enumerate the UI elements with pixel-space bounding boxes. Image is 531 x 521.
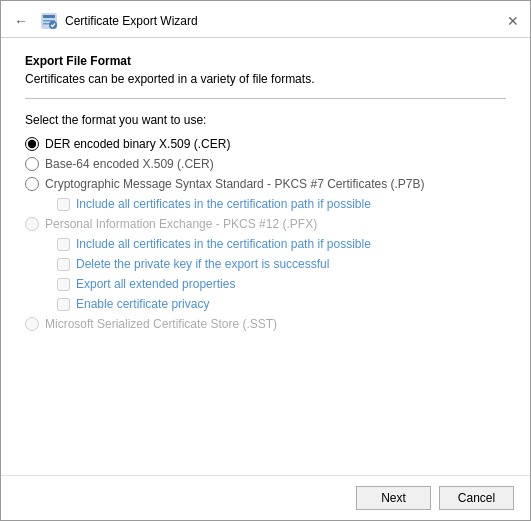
cancel-button[interactable]: Cancel xyxy=(439,486,514,510)
back-button[interactable]: ← xyxy=(9,9,33,33)
checkbox-item-pfx-delete[interactable]: Delete the private key if the export is … xyxy=(57,257,506,271)
radio-p7b[interactable] xyxy=(25,177,39,191)
wizard-icon xyxy=(39,11,59,31)
radio-pfx[interactable] xyxy=(25,217,39,231)
radio-label-p7b: Cryptographic Message Syntax Standard - … xyxy=(45,177,425,191)
radio-sst[interactable] xyxy=(25,317,39,331)
next-button[interactable]: Next xyxy=(356,486,431,510)
checkbox-item-pfx-path[interactable]: Include all certificates in the certific… xyxy=(57,237,506,251)
checkbox-label-pfx-delete: Delete the private key if the export is … xyxy=(76,257,329,271)
checkbox-label-p7b-path: Include all certificates in the certific… xyxy=(76,197,371,211)
title-bar-controls: ✕ xyxy=(504,12,522,30)
svg-rect-1 xyxy=(43,15,55,18)
radio-label-der: DER encoded binary X.509 (.CER) xyxy=(45,137,230,151)
radio-item-base64[interactable]: Base-64 encoded X.509 (.CER) xyxy=(25,157,506,171)
checkbox-item-pfx-privacy[interactable]: Enable certificate privacy xyxy=(57,297,506,311)
title-bar: ← Certificate Export Wizard ✕ xyxy=(1,1,530,37)
radio-item-pfx[interactable]: Personal Information Exchange - PKCS #12… xyxy=(25,217,506,231)
radio-item-p7b[interactable]: Cryptographic Message Syntax Standard - … xyxy=(25,177,506,191)
checkbox-label-pfx-privacy: Enable certificate privacy xyxy=(76,297,209,311)
dialog-title: Certificate Export Wizard xyxy=(65,14,198,28)
dialog-footer: Next Cancel xyxy=(1,475,530,520)
checkbox-pfx-path[interactable] xyxy=(57,238,70,251)
checkbox-pfx-delete[interactable] xyxy=(57,258,70,271)
format-radio-group: DER encoded binary X.509 (.CER) Base-64 … xyxy=(25,137,506,331)
title-bar-left: ← Certificate Export Wizard xyxy=(9,9,198,33)
radio-label-base64: Base-64 encoded X.509 (.CER) xyxy=(45,157,214,171)
checkbox-label-pfx-path: Include all certificates in the certific… xyxy=(76,237,371,251)
content-divider xyxy=(25,98,506,99)
content-area: Export File Format Certificates can be e… xyxy=(1,38,530,475)
checkbox-item-pfx-extended[interactable]: Export all extended properties xyxy=(57,277,506,291)
radio-label-sst: Microsoft Serialized Certificate Store (… xyxy=(45,317,277,331)
format-select-label: Select the format you want to use: xyxy=(25,113,506,127)
section-title: Export File Format xyxy=(25,54,506,68)
checkbox-item-p7b-path[interactable]: Include all certificates in the certific… xyxy=(57,197,506,211)
checkbox-p7b-path[interactable] xyxy=(57,198,70,211)
radio-item-sst[interactable]: Microsoft Serialized Certificate Store (… xyxy=(25,317,506,331)
close-button[interactable]: ✕ xyxy=(504,12,522,30)
radio-label-pfx: Personal Information Exchange - PKCS #12… xyxy=(45,217,317,231)
dialog-window: ← Certificate Export Wizard ✕ Export Fil… xyxy=(0,0,531,521)
checkbox-pfx-extended[interactable] xyxy=(57,278,70,291)
checkbox-pfx-privacy[interactable] xyxy=(57,298,70,311)
radio-base64[interactable] xyxy=(25,157,39,171)
radio-item-der[interactable]: DER encoded binary X.509 (.CER) xyxy=(25,137,506,151)
checkbox-label-pfx-extended: Export all extended properties xyxy=(76,277,235,291)
radio-der[interactable] xyxy=(25,137,39,151)
section-desc: Certificates can be exported in a variet… xyxy=(25,72,506,86)
